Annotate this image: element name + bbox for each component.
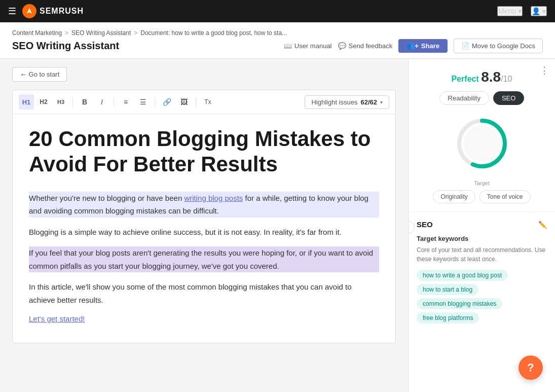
seo-section: SEO ✏️ Target keywords Core of your text…	[409, 212, 555, 332]
italic-button[interactable]: I	[94, 94, 109, 110]
nav-left: ☰ SEMRUSH	[8, 4, 84, 18]
highlight-issues-button[interactable]: Highlight issues 62/62 ▾	[305, 95, 389, 109]
highlight-count: 62/62	[360, 98, 377, 106]
menu-chevron-icon: ▾	[518, 7, 522, 15]
editor-toolbar: H1 H2 H3 B I ≡ ☰ 🔗 🖼 Tx Highlight issues…	[13, 90, 395, 114]
help-button[interactable]: ?	[519, 355, 543, 380]
h2-button[interactable]: H2	[36, 94, 51, 110]
link-button[interactable]: 🔗	[159, 94, 174, 110]
sub-header-row: SEO Writing Assistant 📖 User manual 💬 Se…	[12, 39, 543, 58]
breadcrumb-document: Document: how to write a good blog post,…	[140, 29, 287, 37]
content-area: ← ← Go to start H1 H2 H3 B I ≡ ☰ 🔗 🖼 Tx	[0, 59, 555, 392]
score-out-of: /10	[501, 75, 512, 83]
toolbar-sep-4	[196, 97, 196, 107]
keyword-tag-2[interactable]: common blogging mistakes	[417, 298, 502, 309]
keyword-tag-3[interactable]: free blog platforms	[417, 312, 479, 324]
user-button[interactable]: 👤 ▾	[531, 6, 547, 16]
highlight-chevron-icon: ▾	[380, 99, 383, 105]
share-button[interactable]: 👥+ Share	[398, 39, 448, 53]
highlight-label: Highlight issues	[311, 98, 357, 106]
lets-get-started-link[interactable]: Let's get started!	[29, 314, 85, 323]
target-keywords-label: Target keywords	[417, 235, 547, 242]
seo-title: SEO	[417, 220, 433, 229]
keyword-tag-0[interactable]: how to write a good blog post	[417, 270, 508, 281]
svg-point-2	[464, 125, 500, 162]
article-para-1: Blogging is a simple way to achieve onli…	[29, 226, 379, 239]
originality-tab[interactable]: Originality	[433, 190, 475, 203]
semrush-logo-icon	[22, 4, 36, 18]
article-intro: Whether you're new to blogging or have b…	[29, 192, 379, 218]
breadcrumb-content-marketing[interactable]: Content Marketing	[12, 29, 62, 37]
toolbar-sep-2	[114, 97, 114, 107]
keyword-tag-1[interactable]: how to start a blog	[417, 284, 478, 295]
editor-content[interactable]: 20 Common Blogging Mistakes to Avoid For…	[13, 114, 395, 335]
breadcrumb: Content Marketing > SEO Writing Assistan…	[12, 26, 543, 39]
top-nav: ☰ SEMRUSH Menu ▾ 👤 ▾	[0, 0, 555, 22]
score-tabs: Readability SEO	[417, 91, 547, 105]
intro-text-before: Whether you're new to blogging or have b…	[29, 194, 184, 202]
share-icon: 👥+	[406, 42, 419, 50]
ordered-list-button[interactable]: ≡	[118, 94, 133, 110]
score-section: Perfect 8.8/10 Readability SEO Target	[409, 59, 555, 212]
google-docs-icon: 📄	[461, 42, 469, 50]
keywords-list: how to write a good blog post how to sta…	[417, 270, 547, 324]
editor: H1 H2 H3 B I ≡ ☰ 🔗 🖼 Tx Highlight issues…	[12, 90, 396, 343]
user-icon: 👤	[532, 7, 540, 15]
score-number: 8.8	[481, 69, 501, 85]
breadcrumb-sep-2: >	[134, 29, 137, 37]
google-docs-button[interactable]: 📄 Move to Google Docs	[454, 39, 543, 53]
hamburger-icon[interactable]: ☰	[8, 6, 16, 17]
toolbar-sep-3	[155, 97, 155, 107]
nav-right: Menu ▾ 👤 ▾	[497, 6, 547, 16]
unordered-list-button[interactable]: ☰	[135, 94, 151, 110]
gauge-svg	[452, 113, 512, 174]
user-chevron-icon: ▾	[542, 7, 546, 15]
right-panel: ‹ ⋮ Perfect 8.8/10 Readability SEO	[408, 59, 555, 392]
article-para-3: In this article, we'll show you some of …	[29, 280, 379, 306]
menu-button[interactable]: Menu ▾	[497, 6, 523, 16]
user-manual-button[interactable]: 📖 User manual	[284, 42, 332, 50]
breadcrumb-seo-writing-assistant[interactable]: SEO Writing Assistant	[71, 29, 131, 37]
h3-button[interactable]: H3	[53, 94, 68, 110]
writing-blog-posts-link[interactable]: writing blog posts	[184, 194, 243, 202]
sub-header: Content Marketing > SEO Writing Assistan…	[0, 22, 555, 59]
h1-button[interactable]: H1	[19, 94, 34, 110]
clear-format-button[interactable]: Tx	[200, 94, 215, 110]
left-panel: ← ← Go to start H1 H2 H3 B I ≡ ☰ 🔗 🖼 Tx	[0, 59, 408, 392]
readability-tab[interactable]: Readability	[439, 91, 489, 105]
gauge-chart	[417, 113, 547, 174]
image-button[interactable]: 🖼	[176, 94, 192, 110]
send-feedback-button[interactable]: 💬 Send feedback	[338, 42, 393, 50]
feedback-icon: 💬	[338, 42, 346, 50]
edit-icon[interactable]: ✏️	[538, 221, 547, 229]
article-title: 20 Common Blogging Mistakes to Avoid For…	[29, 126, 379, 177]
breadcrumb-sep-1: >	[65, 29, 68, 37]
go-to-start-button[interactable]: ← ← Go to start	[12, 67, 67, 82]
score-label: Perfect 8.8/10	[417, 69, 547, 85]
bold-button[interactable]: B	[77, 94, 92, 110]
score-perfect-text: Perfect	[452, 75, 479, 83]
panel-menu-icon[interactable]: ⋮	[540, 65, 549, 76]
seo-header: SEO ✏️	[417, 220, 547, 229]
sub-header-actions: 📖 User manual 💬 Send feedback 👥+ Share 📄…	[284, 39, 543, 53]
target-label: Target	[417, 180, 547, 186]
tone-of-voice-tab[interactable]: Tone of voice	[479, 190, 531, 203]
score-sub-tabs: Originality Tone of voice	[417, 190, 547, 203]
keywords-description: Core of your text and all recommendation…	[417, 245, 547, 264]
semrush-logo-text: SEMRUSH	[40, 7, 84, 16]
semrush-logo: SEMRUSH	[22, 4, 84, 18]
page-title: SEO Writing Assistant	[12, 40, 119, 52]
toolbar-sep-1	[72, 97, 73, 107]
seo-tab[interactable]: SEO	[493, 91, 524, 105]
book-icon: 📖	[284, 42, 292, 50]
article-para-2: If you feel that your blog posts aren't …	[29, 246, 379, 272]
